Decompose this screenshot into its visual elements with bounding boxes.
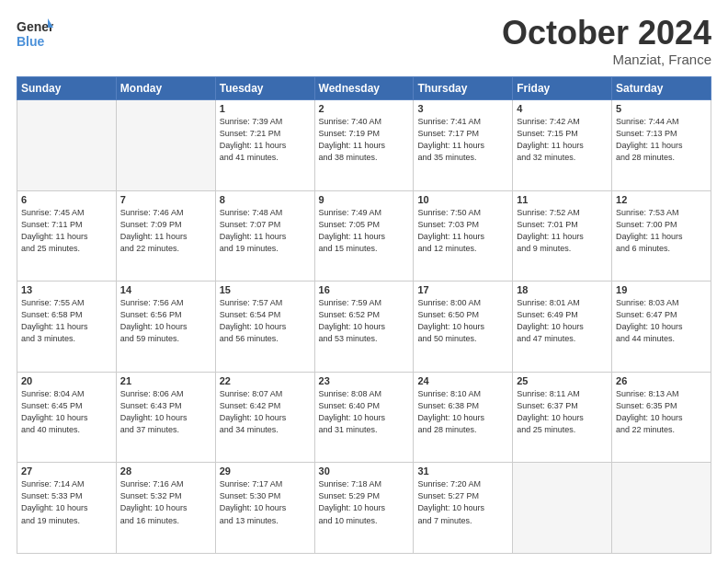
calendar-cell: 6Sunrise: 7:45 AM Sunset: 7:11 PM Daylig… bbox=[17, 190, 117, 282]
day-info: Sunrise: 8:10 AM Sunset: 6:38 PM Dayligh… bbox=[417, 388, 508, 436]
week-row-1: 1Sunrise: 7:39 AM Sunset: 7:21 PM Daylig… bbox=[17, 100, 711, 191]
day-info: Sunrise: 7:57 AM Sunset: 6:54 PM Dayligh… bbox=[220, 297, 311, 345]
header-tuesday: Tuesday bbox=[215, 77, 314, 100]
day-info: Sunrise: 8:13 AM Sunset: 6:35 PM Dayligh… bbox=[616, 388, 707, 436]
day-info: Sunrise: 7:50 AM Sunset: 7:03 PM Dayligh… bbox=[417, 207, 508, 255]
day-info: Sunrise: 7:39 AM Sunset: 7:21 PM Dayligh… bbox=[220, 116, 311, 164]
calendar-cell: 10Sunrise: 7:50 AM Sunset: 7:03 PM Dayli… bbox=[414, 190, 513, 282]
calendar-cell: 28Sunrise: 7:16 AM Sunset: 5:32 PM Dayli… bbox=[116, 463, 215, 554]
day-number: 22 bbox=[220, 375, 311, 386]
calendar-cell: 23Sunrise: 8:08 AM Sunset: 6:40 PM Dayli… bbox=[314, 372, 414, 463]
header-wednesday: Wednesday bbox=[314, 77, 414, 100]
day-info: Sunrise: 7:53 AM Sunset: 7:00 PM Dayligh… bbox=[616, 207, 707, 255]
day-number: 13 bbox=[21, 284, 112, 295]
title-section: October 2024 Manziat, France bbox=[502, 17, 711, 67]
svg-text:Blue: Blue bbox=[17, 34, 45, 49]
logo-graphic: General Blue bbox=[17, 17, 53, 53]
day-number: 7 bbox=[120, 194, 211, 205]
day-info: Sunrise: 7:42 AM Sunset: 7:15 PM Dayligh… bbox=[517, 116, 608, 164]
calendar-cell: 25Sunrise: 8:11 AM Sunset: 6:37 PM Dayli… bbox=[513, 372, 612, 463]
calendar-cell: 16Sunrise: 7:59 AM Sunset: 6:52 PM Dayli… bbox=[314, 282, 414, 373]
weekday-header-row: Sunday Monday Tuesday Wednesday Thursday… bbox=[17, 77, 711, 100]
day-info: Sunrise: 8:06 AM Sunset: 6:43 PM Dayligh… bbox=[120, 388, 211, 436]
day-number: 28 bbox=[120, 465, 211, 477]
calendar-cell: 27Sunrise: 7:14 AM Sunset: 5:33 PM Dayli… bbox=[17, 463, 117, 554]
day-number: 12 bbox=[616, 194, 707, 205]
day-info: Sunrise: 8:08 AM Sunset: 6:40 PM Dayligh… bbox=[319, 388, 410, 436]
day-info: Sunrise: 7:17 AM Sunset: 5:30 PM Dayligh… bbox=[220, 478, 311, 526]
day-info: Sunrise: 7:56 AM Sunset: 6:56 PM Dayligh… bbox=[120, 297, 211, 345]
day-number: 24 bbox=[417, 375, 508, 386]
calendar-cell bbox=[513, 463, 612, 554]
day-number: 27 bbox=[21, 465, 112, 477]
calendar-table: Sunday Monday Tuesday Wednesday Thursday… bbox=[17, 76, 711, 554]
calendar-cell: 31Sunrise: 7:20 AM Sunset: 5:27 PM Dayli… bbox=[414, 463, 513, 554]
day-number: 26 bbox=[616, 375, 707, 386]
calendar-cell: 30Sunrise: 7:18 AM Sunset: 5:29 PM Dayli… bbox=[314, 463, 414, 554]
header-friday: Friday bbox=[513, 77, 612, 100]
calendar-cell: 24Sunrise: 8:10 AM Sunset: 6:38 PM Dayli… bbox=[414, 372, 513, 463]
header-monday: Monday bbox=[116, 77, 215, 100]
calendar-cell: 22Sunrise: 8:07 AM Sunset: 6:42 PM Dayli… bbox=[215, 372, 314, 463]
header-thursday: Thursday bbox=[414, 77, 513, 100]
month-title: October 2024 bbox=[502, 17, 711, 50]
day-info: Sunrise: 8:03 AM Sunset: 6:47 PM Dayligh… bbox=[616, 297, 707, 345]
logo: General Blue bbox=[17, 17, 53, 53]
header-sunday: Sunday bbox=[17, 77, 117, 100]
day-number: 14 bbox=[120, 284, 211, 295]
day-info: Sunrise: 7:48 AM Sunset: 7:07 PM Dayligh… bbox=[220, 207, 311, 255]
day-info: Sunrise: 8:11 AM Sunset: 6:37 PM Dayligh… bbox=[517, 388, 608, 436]
day-info: Sunrise: 7:45 AM Sunset: 7:11 PM Dayligh… bbox=[21, 207, 112, 255]
calendar-cell: 1Sunrise: 7:39 AM Sunset: 7:21 PM Daylig… bbox=[215, 100, 314, 191]
day-number: 29 bbox=[220, 465, 311, 477]
day-info: Sunrise: 8:00 AM Sunset: 6:50 PM Dayligh… bbox=[417, 297, 508, 345]
calendar-cell: 14Sunrise: 7:56 AM Sunset: 6:56 PM Dayli… bbox=[116, 282, 215, 373]
day-number: 10 bbox=[417, 194, 508, 205]
calendar-cell: 26Sunrise: 8:13 AM Sunset: 6:35 PM Dayli… bbox=[612, 372, 711, 463]
calendar-cell: 19Sunrise: 8:03 AM Sunset: 6:47 PM Dayli… bbox=[612, 282, 711, 373]
day-info: Sunrise: 7:41 AM Sunset: 7:17 PM Dayligh… bbox=[417, 116, 508, 164]
calendar-cell: 21Sunrise: 8:06 AM Sunset: 6:43 PM Dayli… bbox=[116, 372, 215, 463]
day-info: Sunrise: 7:55 AM Sunset: 6:58 PM Dayligh… bbox=[21, 297, 112, 345]
day-number: 5 bbox=[616, 103, 707, 114]
week-row-2: 6Sunrise: 7:45 AM Sunset: 7:11 PM Daylig… bbox=[17, 190, 711, 282]
calendar-cell bbox=[17, 100, 117, 191]
calendar-cell: 11Sunrise: 7:52 AM Sunset: 7:01 PM Dayli… bbox=[513, 190, 612, 282]
day-info: Sunrise: 8:01 AM Sunset: 6:49 PM Dayligh… bbox=[517, 297, 608, 345]
page: General Blue October 2024 Manziat, Franc… bbox=[0, 0, 728, 563]
day-info: Sunrise: 7:44 AM Sunset: 7:13 PM Dayligh… bbox=[616, 116, 707, 164]
day-number: 16 bbox=[319, 284, 410, 295]
day-info: Sunrise: 7:14 AM Sunset: 5:33 PM Dayligh… bbox=[21, 478, 112, 526]
day-number: 18 bbox=[517, 284, 608, 295]
calendar-cell bbox=[612, 463, 711, 554]
day-info: Sunrise: 7:46 AM Sunset: 7:09 PM Dayligh… bbox=[120, 207, 211, 255]
day-number: 30 bbox=[319, 465, 410, 477]
calendar-cell: 2Sunrise: 7:40 AM Sunset: 7:19 PM Daylig… bbox=[314, 100, 414, 191]
week-row-3: 13Sunrise: 7:55 AM Sunset: 6:58 PM Dayli… bbox=[17, 282, 711, 373]
calendar-cell: 15Sunrise: 7:57 AM Sunset: 6:54 PM Dayli… bbox=[215, 282, 314, 373]
day-info: Sunrise: 7:49 AM Sunset: 7:05 PM Dayligh… bbox=[319, 207, 410, 255]
day-number: 17 bbox=[417, 284, 508, 295]
calendar-cell: 9Sunrise: 7:49 AM Sunset: 7:05 PM Daylig… bbox=[314, 190, 414, 282]
day-info: Sunrise: 7:16 AM Sunset: 5:32 PM Dayligh… bbox=[120, 478, 211, 526]
day-number: 2 bbox=[319, 103, 410, 114]
day-info: Sunrise: 7:18 AM Sunset: 5:29 PM Dayligh… bbox=[319, 478, 410, 526]
day-number: 6 bbox=[21, 194, 112, 205]
calendar-cell: 4Sunrise: 7:42 AM Sunset: 7:15 PM Daylig… bbox=[513, 100, 612, 191]
day-number: 21 bbox=[120, 375, 211, 386]
day-number: 31 bbox=[417, 465, 508, 477]
day-number: 15 bbox=[220, 284, 311, 295]
calendar-cell bbox=[116, 100, 215, 191]
calendar-cell: 8Sunrise: 7:48 AM Sunset: 7:07 PM Daylig… bbox=[215, 190, 314, 282]
calendar-cell: 13Sunrise: 7:55 AM Sunset: 6:58 PM Dayli… bbox=[17, 282, 117, 373]
day-number: 23 bbox=[319, 375, 410, 386]
calendar-cell: 12Sunrise: 7:53 AM Sunset: 7:00 PM Dayli… bbox=[612, 190, 711, 282]
day-info: Sunrise: 7:20 AM Sunset: 5:27 PM Dayligh… bbox=[417, 478, 508, 526]
day-info: Sunrise: 7:52 AM Sunset: 7:01 PM Dayligh… bbox=[517, 207, 608, 255]
calendar-cell: 7Sunrise: 7:46 AM Sunset: 7:09 PM Daylig… bbox=[116, 190, 215, 282]
calendar-cell: 20Sunrise: 8:04 AM Sunset: 6:45 PM Dayli… bbox=[17, 372, 117, 463]
day-number: 1 bbox=[220, 103, 311, 114]
calendar-cell: 17Sunrise: 8:00 AM Sunset: 6:50 PM Dayli… bbox=[414, 282, 513, 373]
day-info: Sunrise: 7:40 AM Sunset: 7:19 PM Dayligh… bbox=[319, 116, 410, 164]
day-number: 20 bbox=[21, 375, 112, 386]
